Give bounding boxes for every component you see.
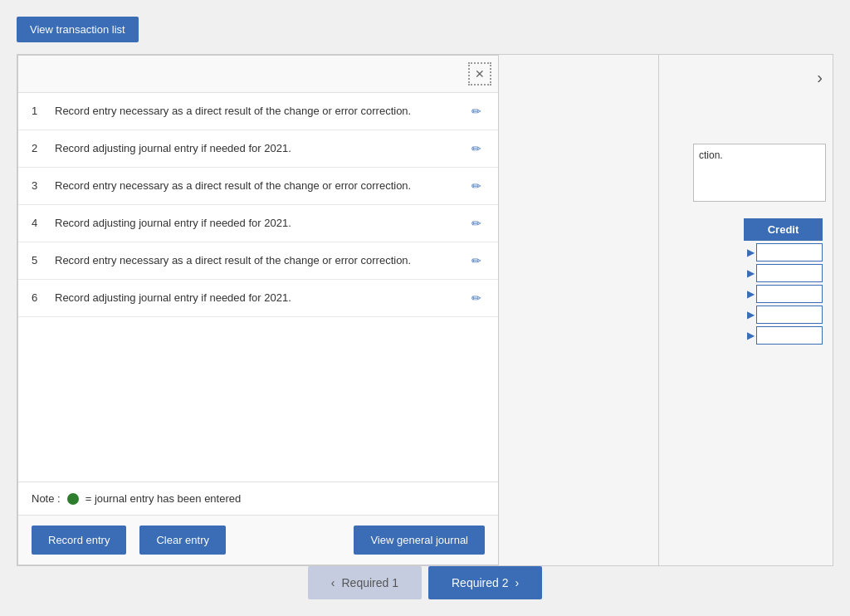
- edit-button-4[interactable]: ✏: [468, 215, 485, 232]
- credit-input-row-3: ▶: [747, 285, 823, 303]
- note-label: Note :: [32, 492, 61, 505]
- edit-button-2[interactable]: ✏: [468, 140, 485, 157]
- entry-row-4: 4 Record adjusting journal entry if need…: [18, 205, 498, 242]
- entries-list: 1 Record entry necessary as a direct res…: [18, 93, 498, 482]
- credit-input-row-5: ▶: [747, 326, 823, 345]
- close-icon: ✕: [475, 67, 485, 81]
- right-panel: › ction. Credit ▶ ▶ ▶ ▶ ▶: [658, 55, 833, 565]
- required1-button[interactable]: ‹ Required 1: [308, 566, 422, 599]
- green-dot-icon: [67, 493, 79, 505]
- credit-input-row-2: ▶: [747, 264, 823, 282]
- entry-text-1: Record entry necessary as a direct resul…: [55, 103, 458, 120]
- note-text: = journal entry has been entered: [85, 492, 242, 505]
- entry-num-2: 2: [32, 140, 45, 154]
- entry-row-2: 2 Record adjusting journal entry if need…: [18, 130, 498, 168]
- modal-panel: ✕ 1 Record entry necessary as a direct r…: [17, 55, 499, 565]
- description-text: ction.: [699, 149, 723, 161]
- arrow-icon-4: ▶: [747, 309, 755, 320]
- entry-num-5: 5: [32, 252, 45, 266]
- edit-button-3[interactable]: ✏: [468, 178, 485, 194]
- arrow-icon-2: ▶: [747, 267, 755, 279]
- note-section: Note : = journal entry has been entered: [18, 482, 498, 515]
- arrow-icon-3: ▶: [747, 288, 755, 300]
- edit-button-1[interactable]: ✏: [468, 103, 485, 120]
- view-transaction-button[interactable]: View transaction list: [17, 17, 139, 42]
- bottom-nav: ‹ Required 1 Required 2 ›: [0, 566, 850, 599]
- entry-text-6: Record adjusting journal entry if needed…: [55, 290, 458, 306]
- entry-row-1: 1 Record entry necessary as a direct res…: [18, 93, 498, 130]
- arrow-icon-1: ▶: [747, 247, 755, 258]
- chevron-right-nav-icon: ›: [515, 576, 520, 589]
- credit-input-row-1: ▶: [747, 243, 823, 262]
- entry-text-3: Record entry necessary as a direct resul…: [55, 178, 458, 194]
- entry-num-3: 3: [32, 178, 45, 192]
- close-button[interactable]: ✕: [468, 62, 491, 86]
- entry-text-2: Record adjusting journal entry if needed…: [55, 140, 458, 157]
- credit-header: Credit: [744, 218, 823, 241]
- arrow-icon-5: ▶: [747, 330, 755, 341]
- credit-input-3[interactable]: [756, 285, 823, 303]
- action-buttons-bar: Record entry Clear entry View general jo…: [18, 515, 498, 565]
- chevron-left-icon: ‹: [331, 576, 335, 589]
- entry-text-4: Record adjusting journal entry if needed…: [55, 215, 458, 232]
- required2-label: Required 2: [452, 576, 509, 589]
- edit-button-5[interactable]: ✏: [468, 252, 485, 269]
- entry-num-4: 4: [32, 215, 45, 229]
- credit-input-5[interactable]: [756, 326, 823, 345]
- credit-input-2[interactable]: [756, 264, 823, 282]
- entry-row-3: 3 Record entry necessary as a direct res…: [18, 168, 498, 205]
- main-content-area: ✕ 1 Record entry necessary as a direct r…: [17, 54, 833, 566]
- credit-section: Credit ▶ ▶ ▶ ▶ ▶: [666, 218, 826, 345]
- entry-num-1: 1: [32, 103, 45, 117]
- edit-button-6[interactable]: ✏: [468, 290, 485, 306]
- credit-input-1[interactable]: [756, 243, 823, 262]
- chevron-right-icon[interactable]: ›: [817, 68, 823, 87]
- entry-row-5: 5 Record entry necessary as a direct res…: [18, 242, 498, 280]
- credit-input-row-4: ▶: [747, 306, 823, 324]
- description-textbox: ction.: [693, 144, 826, 202]
- entry-text-5: Record entry necessary as a direct resul…: [55, 252, 458, 269]
- view-general-journal-button[interactable]: View general journal: [354, 526, 485, 555]
- clear-entry-button[interactable]: Clear entry: [139, 526, 226, 555]
- required2-button[interactable]: Required 2 ›: [428, 566, 542, 599]
- modal-header: ✕: [18, 56, 498, 93]
- credit-input-4[interactable]: [756, 306, 823, 324]
- entry-num-6: 6: [32, 290, 45, 304]
- record-entry-button[interactable]: Record entry: [32, 526, 126, 555]
- required1-label: Required 1: [342, 576, 399, 589]
- entry-row-6: 6 Record adjusting journal entry if need…: [18, 280, 498, 317]
